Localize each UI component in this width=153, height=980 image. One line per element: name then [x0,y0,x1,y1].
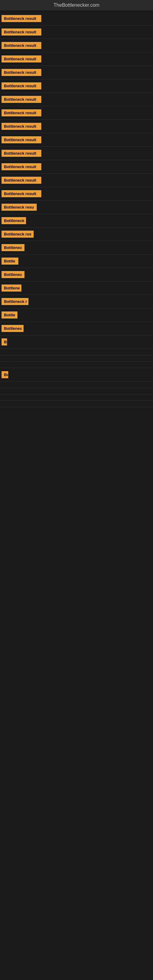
list-item: Bottleneck result [0,12,153,25]
list-item: Bottleneck result [0,39,153,52]
bottleneck-badge[interactable]: Bottlene [2,285,21,291]
bottleneck-badge[interactable]: Bottleneck result [2,163,41,170]
list-item: Bottleneck res [0,228,153,241]
bottleneck-badge[interactable]: B [2,339,7,345]
bottleneck-badge[interactable]: Bottleneck [2,217,26,224]
bottleneck-badge[interactable]: Bottleneck result [2,150,41,157]
list-item: B [0,335,153,349]
list-item [0,395,153,401]
list-item: Bo [0,368,153,382]
bottleneck-badge[interactable]: Bottlenec [2,244,24,251]
bottleneck-badge[interactable]: Bottleneck result [2,42,41,49]
list-item: Bottlenec [0,241,153,255]
bottleneck-badge[interactable]: Bottlenec [2,271,24,278]
bottleneck-badge[interactable]: Bottleneck result [2,15,41,22]
bottleneck-badge[interactable]: Bo [2,371,8,378]
list-item: Bottleneck result [0,187,153,200]
site-title-text: TheBottlenecker.com [54,2,99,8]
bottleneck-badge[interactable]: Bottle [2,312,18,318]
list-item: Bottlenec [0,322,153,335]
bottleneck-badge[interactable]: Bottleneck result [2,109,41,116]
bottleneck-badge[interactable]: Bottlenec [2,325,24,332]
bottleneck-badge[interactable]: Bottleneck result [2,56,41,62]
list-item: Bottleneck result [0,66,153,79]
bottleneck-badge[interactable]: Bottleneck result [2,177,41,184]
list-item [0,401,153,407]
items-container: Bottleneck resultBottleneck resultBottle… [0,10,153,407]
list-item: Bottleneck result [0,79,153,93]
list-item: Bottleneck result [0,52,153,66]
bottleneck-badge[interactable]: Bottleneck result [2,136,41,143]
bottleneck-badge[interactable]: Bottleneck result [2,69,41,76]
list-item: Bottle [0,255,153,268]
list-item: Bottle [0,309,153,322]
bottleneck-badge[interactable]: Bottleneck res [2,231,33,238]
list-item: Bottleneck result [0,133,153,147]
list-item [0,355,153,362]
list-item: Bottleneck resu [0,200,153,214]
list-item [0,349,153,355]
bottleneck-badge[interactable]: Bottleneck resu [2,204,37,211]
bottleneck-badge[interactable]: Bottleneck result [2,123,41,130]
list-item: Bottleneck result [0,106,153,120]
list-item: Bottleneck result [0,147,153,160]
bottleneck-badge[interactable]: Bottleneck result [2,29,41,35]
list-item [0,362,153,368]
bottleneck-badge[interactable]: Bottleneck result [2,83,41,89]
list-item: Bottlene [0,282,153,295]
bottleneck-badge[interactable]: Bottle [2,258,18,265]
list-item: Bottleneck result [0,93,153,106]
list-item: Bottleneck result [0,120,153,133]
list-item: Bottlenec [0,268,153,282]
list-item: Bottleneck r [0,295,153,309]
bottleneck-badge[interactable]: Bottleneck result [2,190,41,197]
list-item: Bottleneck result [0,25,153,39]
list-item [0,388,153,395]
bottleneck-badge[interactable]: Bottleneck result [2,96,41,103]
list-item: Bottleneck result [0,160,153,173]
bottleneck-badge[interactable]: Bottleneck r [2,298,29,305]
site-title: TheBottlenecker.com [0,0,153,10]
list-item [0,382,153,388]
list-item: Bottleneck [0,214,153,228]
list-item: Bottleneck result [0,173,153,187]
